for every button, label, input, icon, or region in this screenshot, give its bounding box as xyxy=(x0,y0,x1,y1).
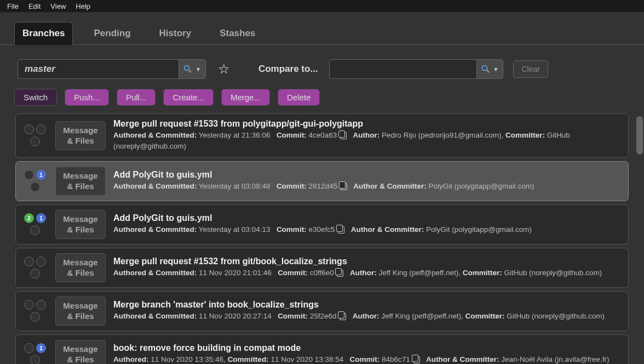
merge-button[interactable]: Merge... xyxy=(221,89,270,106)
push-button[interactable]: Push... xyxy=(65,89,109,106)
tab-history[interactable]: History xyxy=(152,22,199,44)
commit-meta: Authored & Committed: Yesterday at 03:08… xyxy=(113,181,622,192)
compare-to-label: Compare to... xyxy=(258,64,318,75)
star-icon[interactable]: ☆ xyxy=(218,61,230,77)
badge xyxy=(30,182,40,192)
commit-title: Merge pull request #1533 from polygitapp… xyxy=(113,119,622,129)
pull-button[interactable]: Pull... xyxy=(117,89,156,106)
commit-badges xyxy=(22,300,48,322)
svg-line-1 xyxy=(189,70,191,72)
svg-point-2 xyxy=(482,66,487,71)
commit-badges xyxy=(22,124,48,146)
badge xyxy=(36,257,46,266)
caret-down-icon: ▼ xyxy=(493,66,499,72)
message-files-button[interactable]: Message& Files xyxy=(55,253,106,282)
commit-badges xyxy=(22,257,48,278)
badge xyxy=(24,257,34,266)
commit-info: Add PolyGit to guis.ymlAuthored & Commit… xyxy=(113,170,622,192)
branch-search-button[interactable]: ▼ xyxy=(179,59,206,79)
menu-file[interactable]: File xyxy=(2,1,24,12)
badge xyxy=(24,124,34,134)
badge xyxy=(30,136,40,146)
message-files-button[interactable]: Message& Files xyxy=(55,297,106,326)
message-files-button[interactable]: Message& Files xyxy=(55,340,106,365)
commit-info: Merge pull request #1533 from polygitapp… xyxy=(113,119,622,152)
commit-meta: Authored: 11 Nov 2020 13:35:46, Committe… xyxy=(113,354,622,364)
badge xyxy=(36,124,46,134)
commit-badges: 21 xyxy=(22,213,48,235)
message-files-button[interactable]: Message& Files xyxy=(55,210,106,239)
switch-button[interactable]: Switch xyxy=(14,89,57,106)
message-files-button[interactable]: Message& Files xyxy=(55,167,106,196)
scrollbar-thumb[interactable] xyxy=(636,116,643,155)
menu-bar: File Edit View Help xyxy=(0,0,644,12)
badge: 1 xyxy=(36,170,46,180)
compare-search-button[interactable]: ▼ xyxy=(477,59,504,79)
commit-info: Merge branch 'master' into book_localize… xyxy=(113,300,622,322)
tab-stashes[interactable]: Stashes xyxy=(212,22,263,44)
branch-input[interactable] xyxy=(18,59,179,79)
menu-help[interactable]: Help xyxy=(71,1,95,12)
delete-button[interactable]: Delete xyxy=(278,89,320,106)
message-files-button[interactable]: Message& Files xyxy=(55,121,106,150)
badge xyxy=(30,269,40,278)
badge xyxy=(30,355,40,364)
commit-badges: 1 xyxy=(22,170,48,192)
commit-row[interactable]: Message& FilesMerge pull request #1533 f… xyxy=(15,113,629,158)
commit-info: Merge pull request #1532 from git/book_l… xyxy=(113,257,622,278)
badge xyxy=(24,170,34,180)
commit-list: Message& FilesMerge pull request #1533 f… xyxy=(0,113,644,364)
commit-info: book: remove force building in compat mo… xyxy=(113,343,622,364)
search-icon xyxy=(183,65,192,73)
commit-row[interactable]: 1Message& FilesAdd PolyGit to guis.ymlAu… xyxy=(15,161,629,201)
commit-title: book: remove force building in compat mo… xyxy=(113,343,622,353)
create-button[interactable]: Create... xyxy=(163,89,214,106)
badge xyxy=(30,225,40,235)
commit-meta: Authored & Committed: Yesterday at 03:04… xyxy=(113,224,622,235)
badge xyxy=(36,300,46,310)
search-icon xyxy=(481,65,490,73)
menu-edit[interactable]: Edit xyxy=(24,1,45,12)
tab-branches[interactable]: Branches xyxy=(14,22,73,45)
commit-meta: Authored & Committed: Yesterday at 21:36… xyxy=(113,130,622,152)
menu-view[interactable]: View xyxy=(45,1,71,12)
commit-info: Add PolyGit to guis.ymlAuthored & Commit… xyxy=(113,213,622,235)
commit-row[interactable]: Message& FilesMerge pull request #1532 f… xyxy=(15,248,629,288)
commit-title: Merge pull request #1532 from git/book_l… xyxy=(113,257,622,266)
tab-bar: Branches Pending History Stashes xyxy=(0,12,644,45)
badge xyxy=(30,312,40,322)
badge: 1 xyxy=(36,343,46,353)
caret-down-icon: ▼ xyxy=(196,66,201,72)
commit-row[interactable]: 1Message& Filesbook: remove force buildi… xyxy=(15,334,629,365)
svg-point-0 xyxy=(185,66,189,71)
badge xyxy=(24,343,34,353)
badge: 2 xyxy=(24,213,34,223)
commit-title: Add PolyGit to guis.yml xyxy=(113,213,622,223)
action-row: Switch Push... Pull... Create... Merge..… xyxy=(0,79,644,113)
badge: 1 xyxy=(36,213,46,223)
commit-row[interactable]: Message& FilesMerge branch 'master' into… xyxy=(15,291,629,331)
commit-badges: 1 xyxy=(22,343,48,364)
compare-input[interactable] xyxy=(329,59,477,79)
badge xyxy=(24,300,34,310)
toolbar: ▼ ☆ Compare to... ▼ Clear xyxy=(0,45,644,79)
commit-row[interactable]: 21Message& FilesAdd PolyGit to guis.ymlA… xyxy=(15,204,629,244)
tab-pending[interactable]: Pending xyxy=(86,22,138,44)
commit-meta: Authored & Committed: 11 Nov 2020 21:01:… xyxy=(113,268,622,278)
commit-title: Merge branch 'master' into book_localize… xyxy=(113,300,622,310)
clear-button[interactable]: Clear xyxy=(513,60,548,78)
svg-line-3 xyxy=(487,70,489,72)
commit-meta: Authored & Committed: 11 Nov 2020 20:27:… xyxy=(113,311,622,322)
commit-title: Add PolyGit to guis.yml xyxy=(113,170,622,180)
